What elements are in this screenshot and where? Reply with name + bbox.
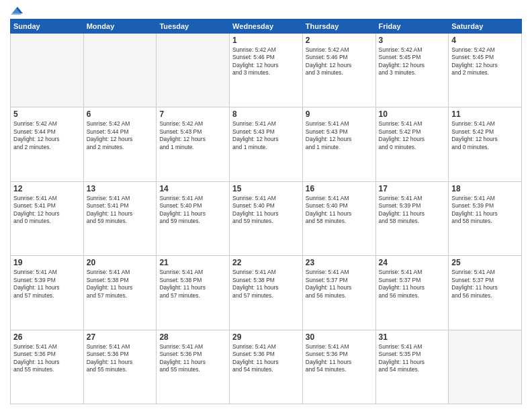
day-number: 2 bbox=[306, 36, 373, 45]
day-number: 11 bbox=[451, 109, 519, 119]
cell-info: Sunrise: 5:42 AM Sunset: 5:46 PM Dayligh… bbox=[232, 46, 300, 77]
day-number: 1 bbox=[232, 36, 300, 45]
day-number: 10 bbox=[379, 109, 446, 119]
calendar-cell: 18Sunrise: 5:41 AM Sunset: 5:39 PM Dayli… bbox=[449, 181, 522, 255]
day-number: 20 bbox=[87, 258, 154, 267]
calendar-cell: 11Sunrise: 5:41 AM Sunset: 5:42 PM Dayli… bbox=[449, 107, 522, 181]
day-number: 27 bbox=[87, 332, 154, 342]
day-number: 30 bbox=[306, 332, 373, 342]
day-number: 23 bbox=[306, 258, 373, 267]
cell-info: Sunrise: 5:42 AM Sunset: 5:45 PM Dayligh… bbox=[379, 46, 446, 77]
calendar-cell: 16Sunrise: 5:41 AM Sunset: 5:40 PM Dayli… bbox=[302, 181, 375, 255]
col-header-wednesday: Wednesday bbox=[230, 19, 303, 34]
calendar-cell bbox=[449, 330, 522, 404]
col-header-friday: Friday bbox=[375, 19, 449, 34]
cell-info: Sunrise: 5:42 AM Sunset: 5:44 PM Dayligh… bbox=[13, 120, 81, 151]
calendar-cell: 21Sunrise: 5:41 AM Sunset: 5:38 PM Dayli… bbox=[157, 256, 230, 330]
col-header-thursday: Thursday bbox=[302, 19, 375, 34]
calendar-cell: 5Sunrise: 5:42 AM Sunset: 5:44 PM Daylig… bbox=[11, 107, 84, 181]
calendar-cell: 29Sunrise: 5:41 AM Sunset: 5:36 PM Dayli… bbox=[230, 330, 303, 404]
day-number: 28 bbox=[159, 332, 226, 342]
day-number: 22 bbox=[232, 258, 300, 267]
day-number: 31 bbox=[379, 332, 446, 342]
col-header-sunday: Sunday bbox=[11, 19, 84, 34]
calendar-cell: 7Sunrise: 5:42 AM Sunset: 5:43 PM Daylig… bbox=[157, 107, 230, 181]
day-number: 8 bbox=[232, 109, 300, 119]
day-number: 6 bbox=[87, 109, 154, 119]
calendar-cell: 13Sunrise: 5:41 AM Sunset: 5:41 PM Dayli… bbox=[83, 181, 157, 255]
day-number: 9 bbox=[306, 109, 373, 119]
calendar-week-1: 1Sunrise: 5:42 AM Sunset: 5:46 PM Daylig… bbox=[11, 34, 522, 107]
day-number: 12 bbox=[13, 184, 81, 193]
calendar-cell: 14Sunrise: 5:41 AM Sunset: 5:40 PM Dayli… bbox=[157, 181, 230, 255]
cell-info: Sunrise: 5:41 AM Sunset: 5:39 PM Dayligh… bbox=[13, 269, 81, 300]
calendar-cell: 25Sunrise: 5:41 AM Sunset: 5:37 PM Dayli… bbox=[449, 256, 522, 330]
calendar-cell: 15Sunrise: 5:41 AM Sunset: 5:40 PM Dayli… bbox=[230, 181, 303, 255]
calendar-cell: 30Sunrise: 5:41 AM Sunset: 5:36 PM Dayli… bbox=[302, 330, 375, 404]
cell-info: Sunrise: 5:41 AM Sunset: 5:38 PM Dayligh… bbox=[87, 269, 154, 300]
calendar-cell: 9Sunrise: 5:41 AM Sunset: 5:43 PM Daylig… bbox=[302, 107, 375, 181]
day-number: 14 bbox=[159, 184, 226, 193]
cell-info: Sunrise: 5:41 AM Sunset: 5:36 PM Dayligh… bbox=[13, 343, 81, 374]
calendar-cell: 20Sunrise: 5:41 AM Sunset: 5:38 PM Dayli… bbox=[83, 256, 157, 330]
calendar-cell: 27Sunrise: 5:41 AM Sunset: 5:36 PM Dayli… bbox=[83, 330, 157, 404]
cell-info: Sunrise: 5:41 AM Sunset: 5:43 PM Dayligh… bbox=[306, 120, 373, 151]
cell-info: Sunrise: 5:41 AM Sunset: 5:41 PM Dayligh… bbox=[13, 195, 81, 226]
calendar-cell: 12Sunrise: 5:41 AM Sunset: 5:41 PM Dayli… bbox=[11, 181, 84, 255]
day-number: 18 bbox=[451, 184, 519, 193]
calendar-cell: 22Sunrise: 5:41 AM Sunset: 5:38 PM Dayli… bbox=[230, 256, 303, 330]
day-number: 7 bbox=[159, 109, 226, 119]
cell-info: Sunrise: 5:41 AM Sunset: 5:42 PM Dayligh… bbox=[379, 120, 446, 151]
day-number: 5 bbox=[13, 109, 81, 119]
calendar-cell: 26Sunrise: 5:41 AM Sunset: 5:36 PM Dayli… bbox=[11, 330, 84, 404]
day-number: 21 bbox=[159, 258, 226, 267]
col-header-tuesday: Tuesday bbox=[157, 19, 230, 34]
calendar: SundayMondayTuesdayWednesdayThursdayFrid… bbox=[10, 19, 522, 404]
logo bbox=[10, 7, 23, 13]
cell-info: Sunrise: 5:41 AM Sunset: 5:39 PM Dayligh… bbox=[379, 195, 446, 226]
cell-info: Sunrise: 5:41 AM Sunset: 5:38 PM Dayligh… bbox=[232, 269, 300, 300]
calendar-cell: 24Sunrise: 5:41 AM Sunset: 5:37 PM Dayli… bbox=[375, 256, 449, 330]
cell-info: Sunrise: 5:41 AM Sunset: 5:37 PM Dayligh… bbox=[451, 269, 519, 300]
header bbox=[10, 7, 522, 13]
cell-info: Sunrise: 5:42 AM Sunset: 5:45 PM Dayligh… bbox=[451, 46, 519, 77]
calendar-week-4: 19Sunrise: 5:41 AM Sunset: 5:39 PM Dayli… bbox=[11, 256, 522, 330]
day-number: 25 bbox=[451, 258, 519, 267]
page: SundayMondayTuesdayWednesdayThursdayFrid… bbox=[0, 0, 532, 411]
cell-info: Sunrise: 5:41 AM Sunset: 5:38 PM Dayligh… bbox=[159, 269, 226, 300]
cell-info: Sunrise: 5:41 AM Sunset: 5:37 PM Dayligh… bbox=[379, 269, 446, 300]
calendar-cell bbox=[157, 34, 230, 107]
day-number: 24 bbox=[379, 258, 446, 267]
calendar-header-row: SundayMondayTuesdayWednesdayThursdayFrid… bbox=[11, 19, 522, 34]
cell-info: Sunrise: 5:41 AM Sunset: 5:36 PM Dayligh… bbox=[306, 343, 373, 374]
calendar-cell: 28Sunrise: 5:41 AM Sunset: 5:36 PM Dayli… bbox=[157, 330, 230, 404]
calendar-cell: 10Sunrise: 5:41 AM Sunset: 5:42 PM Dayli… bbox=[375, 107, 449, 181]
calendar-week-2: 5Sunrise: 5:42 AM Sunset: 5:44 PM Daylig… bbox=[11, 107, 522, 181]
day-number: 17 bbox=[379, 184, 446, 193]
cell-info: Sunrise: 5:42 AM Sunset: 5:46 PM Dayligh… bbox=[306, 46, 373, 77]
day-number: 13 bbox=[87, 184, 154, 193]
col-header-monday: Monday bbox=[83, 19, 157, 34]
calendar-cell: 3Sunrise: 5:42 AM Sunset: 5:45 PM Daylig… bbox=[375, 34, 449, 107]
calendar-cell: 19Sunrise: 5:41 AM Sunset: 5:39 PM Dayli… bbox=[11, 256, 84, 330]
day-number: 15 bbox=[232, 184, 300, 193]
cell-info: Sunrise: 5:41 AM Sunset: 5:36 PM Dayligh… bbox=[232, 343, 300, 374]
cell-info: Sunrise: 5:41 AM Sunset: 5:39 PM Dayligh… bbox=[451, 195, 519, 226]
cell-info: Sunrise: 5:42 AM Sunset: 5:43 PM Dayligh… bbox=[159, 120, 226, 151]
cell-info: Sunrise: 5:42 AM Sunset: 5:44 PM Dayligh… bbox=[87, 120, 154, 151]
cell-info: Sunrise: 5:41 AM Sunset: 5:36 PM Dayligh… bbox=[87, 343, 154, 374]
calendar-cell: 6Sunrise: 5:42 AM Sunset: 5:44 PM Daylig… bbox=[83, 107, 157, 181]
cell-info: Sunrise: 5:41 AM Sunset: 5:41 PM Dayligh… bbox=[87, 195, 154, 226]
day-number: 4 bbox=[451, 36, 519, 45]
calendar-cell bbox=[11, 34, 84, 107]
calendar-cell: 2Sunrise: 5:42 AM Sunset: 5:46 PM Daylig… bbox=[302, 34, 375, 107]
calendar-cell: 8Sunrise: 5:41 AM Sunset: 5:43 PM Daylig… bbox=[230, 107, 303, 181]
col-header-saturday: Saturday bbox=[449, 19, 522, 34]
calendar-week-3: 12Sunrise: 5:41 AM Sunset: 5:41 PM Dayli… bbox=[11, 181, 522, 255]
calendar-cell bbox=[83, 34, 157, 107]
cell-info: Sunrise: 5:41 AM Sunset: 5:42 PM Dayligh… bbox=[451, 120, 519, 151]
day-number: 16 bbox=[306, 184, 373, 193]
cell-info: Sunrise: 5:41 AM Sunset: 5:40 PM Dayligh… bbox=[232, 195, 300, 226]
cell-info: Sunrise: 5:41 AM Sunset: 5:40 PM Dayligh… bbox=[159, 195, 226, 226]
cell-info: Sunrise: 5:41 AM Sunset: 5:43 PM Dayligh… bbox=[232, 120, 300, 151]
